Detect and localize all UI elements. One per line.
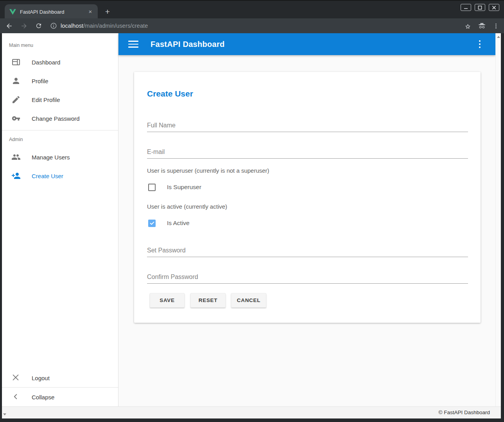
browser-titlebar: FastAPI Dashboard × + bbox=[0, 0, 504, 18]
vue-logo-icon bbox=[9, 9, 16, 15]
save-button[interactable]: SAVE bbox=[150, 293, 185, 308]
dashboard-icon bbox=[11, 57, 21, 67]
minimize-button[interactable] bbox=[461, 4, 471, 11]
sidebar-section-admin: Admin bbox=[2, 131, 118, 148]
sidebar-item-profile[interactable]: Profile bbox=[2, 72, 118, 90]
set-password-field[interactable]: Set Password bbox=[147, 247, 468, 264]
sidebar-item-label: Create User bbox=[32, 173, 63, 179]
sidebar-item-dashboard[interactable]: Dashboard bbox=[2, 53, 118, 72]
chevron-left-icon bbox=[11, 392, 21, 402]
checkbox-label: Is Superuser bbox=[167, 184, 201, 191]
sidebar-section-main-menu: Main menu bbox=[2, 33, 118, 53]
back-icon[interactable] bbox=[3, 20, 15, 32]
field-underline bbox=[147, 158, 468, 159]
confirm-password-field[interactable]: Confirm Password bbox=[147, 274, 468, 291]
sidebar: Main menu Dashboard Profile Edit Profile bbox=[2, 33, 118, 406]
browser-window: FastAPI Dashboard × + local bbox=[0, 0, 504, 422]
browser-menu-icon[interactable] bbox=[491, 21, 500, 30]
pencil-icon bbox=[11, 95, 21, 104]
field-underline bbox=[147, 283, 468, 284]
cancel-button[interactable]: CANCEL bbox=[231, 293, 266, 308]
confirm-password-label: Confirm Password bbox=[147, 274, 468, 281]
bookmark-star-icon[interactable] bbox=[463, 21, 472, 30]
url-path: /main/admin/users/create bbox=[83, 23, 148, 29]
create-user-card: Create User Full Name E-mail User is sup… bbox=[134, 72, 481, 323]
sidebar-item-label: Change Password bbox=[32, 115, 80, 122]
sidebar-item-create-user[interactable]: Create User bbox=[2, 166, 118, 185]
sidebar-item-label: Dashboard bbox=[32, 59, 60, 66]
sidebar-spacer bbox=[2, 185, 118, 368]
sidebar-item-label: Profile bbox=[32, 78, 48, 84]
person-add-icon bbox=[11, 171, 21, 181]
scrollbar[interactable] bbox=[495, 33, 501, 406]
sidebar-item-label: Logout bbox=[32, 375, 50, 381]
full-name-field[interactable]: Full Name bbox=[147, 122, 468, 139]
incognito-icon bbox=[477, 21, 486, 30]
sidebar-item-label: Manage Users bbox=[32, 154, 70, 161]
reset-button[interactable]: RESET bbox=[190, 293, 226, 308]
email-field[interactable]: E-mail bbox=[147, 148, 468, 166]
appbar: FastAPI Dashboard bbox=[118, 33, 495, 55]
form-title: Create User bbox=[147, 89, 193, 98]
page-content: Main menu Dashboard Profile Edit Profile bbox=[2, 33, 501, 418]
full-name-label: Full Name bbox=[147, 122, 468, 129]
field-underline bbox=[147, 257, 468, 257]
maximize-button[interactable] bbox=[475, 4, 485, 11]
is-active-checkbox[interactable]: Is Active bbox=[148, 218, 190, 228]
url-text[interactable]: localhost/main/admin/users/create bbox=[61, 23, 148, 29]
sidebar-item-logout[interactable]: Logout bbox=[2, 368, 118, 387]
scroll-down-icon[interactable] bbox=[2, 411, 7, 417]
sidebar-item-change-password[interactable]: Change Password bbox=[2, 109, 118, 128]
browser-tab[interactable]: FastAPI Dashboard × bbox=[5, 4, 98, 19]
forward-icon[interactable] bbox=[18, 20, 30, 32]
scroll-up-icon[interactable] bbox=[496, 34, 501, 39]
people-icon bbox=[11, 152, 21, 162]
checkbox-checked[interactable] bbox=[148, 220, 156, 227]
field-underline bbox=[147, 132, 468, 132]
url-host: localhost bbox=[61, 23, 83, 29]
sidebar-item-manage-users[interactable]: Manage Users bbox=[2, 148, 118, 166]
close-icon bbox=[11, 373, 21, 383]
sidebar-item-label: Edit Profile bbox=[32, 97, 60, 103]
sidebar-item-collapse[interactable]: Collapse bbox=[2, 388, 118, 406]
copyright-text: © FastAPI Dashboard bbox=[438, 407, 490, 418]
tab-title: FastAPI Dashboard bbox=[20, 9, 87, 15]
url-bar[interactable]: localhost/main/admin/users/create bbox=[50, 20, 463, 31]
email-label: E-mail bbox=[147, 148, 468, 156]
new-tab-button[interactable]: + bbox=[102, 7, 113, 17]
set-password-label: Set Password bbox=[147, 247, 468, 254]
is-superuser-checkbox[interactable]: Is Superuser bbox=[148, 182, 201, 192]
hamburger-menu-icon[interactable] bbox=[128, 40, 138, 48]
appbar-overflow-menu-icon[interactable] bbox=[475, 39, 484, 49]
main-area: FastAPI Dashboard Create User Full Name … bbox=[118, 33, 495, 406]
superuser-hint: User is superuser (currently is not a su… bbox=[147, 167, 269, 174]
sidebar-item-label: Collapse bbox=[32, 394, 54, 401]
reload-icon[interactable] bbox=[33, 20, 45, 32]
page-footer: © FastAPI Dashboard bbox=[2, 406, 501, 418]
browser-toolbar: localhost/main/admin/users/create bbox=[0, 18, 504, 33]
person-icon bbox=[11, 76, 21, 86]
active-hint: User is active (currently active) bbox=[147, 203, 227, 210]
sidebar-item-edit-profile[interactable]: Edit Profile bbox=[2, 90, 118, 109]
close-window-button[interactable] bbox=[489, 4, 499, 11]
appbar-title: FastAPI Dashboard bbox=[151, 40, 225, 49]
checkbox-label: Is Active bbox=[167, 220, 190, 227]
tab-close-icon[interactable]: × bbox=[87, 8, 94, 15]
key-icon bbox=[11, 114, 21, 123]
form-actions: SAVE RESET CANCEL bbox=[150, 293, 266, 308]
checkbox-unchecked[interactable] bbox=[148, 184, 156, 191]
site-info-icon[interactable] bbox=[50, 22, 57, 29]
